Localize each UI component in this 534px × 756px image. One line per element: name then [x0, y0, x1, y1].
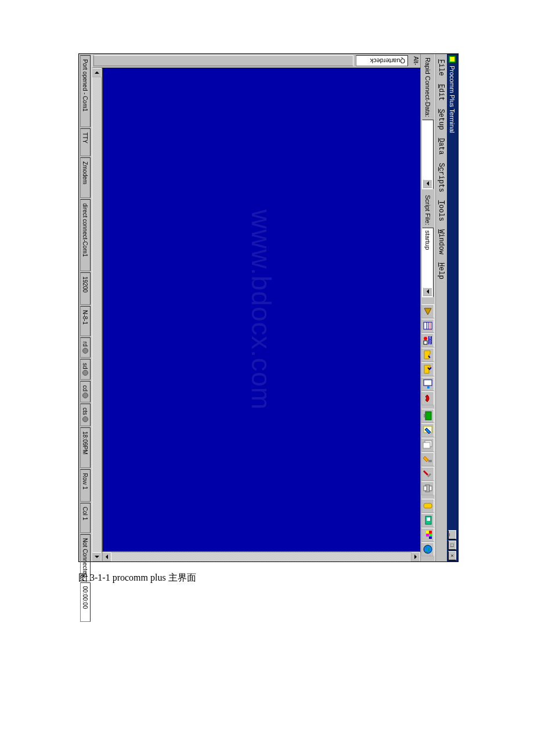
app-icon	[449, 55, 457, 63]
script-file-label: Script File:	[424, 195, 431, 225]
menu-window[interactable]: Window	[437, 225, 446, 258]
scroll-right-button[interactable]	[92, 552, 102, 561]
svg-rect-17	[423, 442, 430, 448]
status-protocol[interactable]: Zmodem	[80, 157, 91, 198]
status-cts: cts	[80, 404, 91, 426]
svg-rect-1	[450, 57, 455, 62]
status-port: Port opened - Com1	[80, 55, 91, 127]
toolbar: Rapid Connect-Data: Script File: startup…	[420, 54, 435, 561]
side-panel: Alt- Quarterdeck	[92, 54, 420, 68]
menu-data[interactable]: Data	[437, 134, 446, 159]
status-framing[interactable]: N-8-1	[80, 306, 91, 336]
document-page: Procomm Plus Terminal _ □ × File Edit Se…	[0, 0, 534, 756]
tools-button[interactable]	[421, 467, 434, 481]
run-script-button[interactable]	[421, 304, 434, 318]
minimize-button[interactable]: _	[449, 530, 457, 539]
screen-button[interactable]	[421, 513, 434, 527]
chevron-down-icon[interactable]	[423, 179, 432, 188]
status-duration: 00:00:00	[80, 582, 91, 622]
rapid-connect-label: Rapid Connect-Data:	[424, 57, 431, 117]
menu-setup[interactable]: Setup	[437, 105, 446, 134]
script-file-combo[interactable]: startup	[422, 228, 434, 297]
monitor-button[interactable]	[421, 409, 434, 423]
open-folder-button[interactable]	[421, 348, 434, 362]
chevron-down-icon[interactable]	[423, 287, 432, 296]
status-cd: cd	[80, 381, 91, 402]
menu-file[interactable]: File	[437, 55, 446, 80]
terminal-screen[interactable]: www.bdocx.com	[102, 68, 420, 552]
svg-rect-11	[424, 380, 432, 386]
menu-scripts[interactable]: Scripts	[437, 159, 446, 196]
watermark-text: www.bdocx.com	[246, 210, 277, 410]
scroll-up-button[interactable]	[411, 552, 420, 561]
titlebar: Procomm Plus Terminal _ □ ×	[447, 54, 458, 561]
svg-rect-21	[424, 486, 427, 491]
svg-rect-12	[427, 386, 430, 388]
menu-help[interactable]: Help	[437, 258, 446, 283]
scroll-left-button[interactable]	[92, 68, 102, 77]
status-col: Col 1	[80, 503, 91, 533]
svg-point-9	[424, 337, 427, 340]
svg-rect-20	[430, 486, 432, 491]
status-baud[interactable]: 19200	[80, 272, 91, 305]
paint-button[interactable]	[421, 452, 434, 466]
led-icon	[82, 370, 88, 376]
led-icon	[82, 348, 88, 354]
menu-edit[interactable]: Edit	[437, 80, 446, 105]
svg-rect-25	[429, 531, 432, 534]
mode-button[interactable]: MODE	[421, 333, 434, 347]
capture-button[interactable]	[421, 499, 434, 513]
screenshot-container: Procomm Plus Terminal _ □ × File Edit Se…	[78, 53, 459, 562]
status-time: 18:09PM	[80, 427, 91, 468]
palette-button[interactable]	[421, 528, 434, 542]
procomm-app-window: Procomm Plus Terminal _ □ × File Edit Se…	[0, 53, 459, 434]
svg-rect-13	[425, 412, 431, 420]
keypad-button[interactable]	[421, 377, 434, 391]
status-bar: Port opened - Com1 TTY Zmodem direct con…	[79, 54, 92, 561]
folder-transfer-button[interactable]	[421, 362, 434, 376]
script-file-value: startup	[424, 231, 431, 250]
led-icon	[82, 416, 88, 422]
scroll-track[interactable]	[111, 552, 411, 561]
svg-rect-29	[426, 534, 429, 537]
svg-text:MODE: MODE	[428, 336, 432, 345]
maximize-button[interactable]: □	[449, 541, 457, 550]
svg-rect-27	[429, 537, 432, 539]
led-icon	[82, 393, 88, 398]
svg-rect-26	[429, 534, 432, 537]
horizontal-scrollbar[interactable]	[92, 68, 102, 561]
globe-button[interactable]	[421, 542, 434, 556]
svg-rect-22	[424, 503, 432, 508]
alt-label: Alt-	[413, 56, 419, 65]
svg-rect-24	[427, 517, 430, 521]
status-sd: sd	[80, 359, 91, 380]
svg-rect-18	[428, 460, 432, 462]
scroll-down-button[interactable]	[102, 552, 111, 561]
svg-rect-10	[424, 341, 427, 344]
edit-button[interactable]	[421, 423, 434, 437]
figure-caption: 图 3-1-1 procomm plus 主界面	[78, 572, 196, 584]
phonebook-button[interactable]	[421, 319, 434, 333]
window-title: Procomm Plus Terminal	[449, 66, 456, 530]
status-emulation[interactable]: TTY	[80, 128, 91, 156]
svg-marker-2	[424, 308, 431, 315]
main-area: Alt- Quarterdeck www.bdocx.com	[92, 54, 420, 561]
close-button[interactable]: ×	[449, 551, 457, 560]
svg-rect-28	[426, 531, 429, 534]
print-button[interactable]	[421, 481, 434, 495]
menu-tools[interactable]: Tools	[437, 196, 446, 225]
rapid-connect-combo[interactable]	[422, 120, 434, 189]
hangup-button[interactable]	[421, 391, 434, 405]
vertical-scrollbar[interactable]	[102, 552, 420, 561]
host-label[interactable]: Quarterdeck	[356, 55, 408, 66]
scroll-track[interactable]	[92, 77, 102, 552]
svg-rect-14	[424, 414, 425, 417]
status-row: Row 1	[80, 469, 91, 502]
copy-button[interactable]	[421, 438, 434, 452]
status-rd: rd	[80, 337, 91, 358]
menubar: File Edit Setup Data Scripts Tools Windo…	[435, 54, 447, 561]
svg-rect-3	[424, 322, 432, 329]
status-connection[interactable]: direct connect-Com1	[80, 199, 91, 271]
side-slider[interactable]	[93, 55, 353, 66]
svg-point-30	[424, 545, 432, 553]
